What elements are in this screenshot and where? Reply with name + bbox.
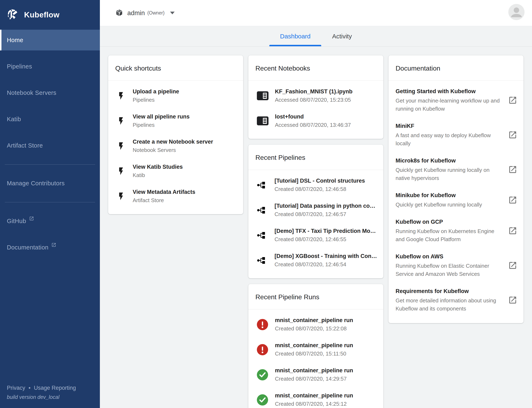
- doc-link-kubeflow-aws[interactable]: Kubeflow on AWS Running Kubeflow on Elas…: [389, 248, 523, 283]
- doc-link-minikube[interactable]: Minikube for Kubeflow Quickly get Kubefl…: [389, 187, 523, 214]
- kubeflow-logo-icon: [6, 8, 19, 22]
- main-area: admin (Owner) Dashboard Activity Quick s…: [100, 0, 532, 408]
- pipeline-title: [Tutorial] DSL - Control structures: [275, 178, 365, 184]
- tab-label: Dashboard: [280, 33, 311, 40]
- sidebar: Kubeflow Home Pipelines Notebook Servers…: [0, 0, 100, 408]
- column-right: Documentation Getting Started with Kubef…: [389, 55, 523, 323]
- recent-notebooks-card: Recent Notebooks: [248, 55, 383, 139]
- sidebar-item-github[interactable]: GitHub: [0, 211, 100, 231]
- doc-link-microk8s[interactable]: Microk8s for Kubeflow Quickly get Kubefl…: [389, 153, 523, 187]
- namespace-role: (Owner): [147, 10, 165, 16]
- shortcut-title: Create a new Notebook server: [133, 139, 213, 145]
- notebook-meta: Accessed 08/07/2020, 13:46:37: [275, 122, 351, 128]
- doc-title: Kubeflow on AWS: [396, 253, 503, 260]
- pipeline-title: [Demo] TFX - Taxi Tip Prediction Model …: [275, 228, 377, 234]
- shortcut-subtitle: Pipelines: [133, 97, 179, 103]
- sidebar-item-documentation[interactable]: Documentation: [0, 237, 100, 258]
- pipeline-row[interactable]: [Tutorial] DSL - Control structures Crea…: [248, 172, 383, 198]
- doc-description: Get more detailed information about usin…: [396, 297, 503, 313]
- sidebar-item-label: Pipelines: [7, 63, 32, 70]
- tab-activity[interactable]: Activity: [321, 26, 363, 46]
- doc-title: Microk8s for Kubeflow: [396, 158, 503, 164]
- flash-icon: [116, 192, 126, 201]
- pipeline-icon: [257, 232, 267, 239]
- usage-reporting-link[interactable]: Usage Reporting: [34, 385, 76, 391]
- pipeline-row[interactable]: [Tutorial] Data passing in python comp… …: [248, 198, 383, 223]
- shortcut-title: View all pipeline runs: [133, 113, 190, 120]
- doc-title: Minikube for Kubeflow: [396, 192, 503, 199]
- open-in-new-icon[interactable]: [508, 165, 517, 175]
- run-meta: Created 08/07/2020, 15:11:50: [275, 350, 353, 357]
- app-logo: Kubeflow: [0, 0, 100, 30]
- doc-link-requirements[interactable]: Requirements for Kubeflow Get more detai…: [389, 283, 523, 318]
- dashboard-content: Quick shortcuts Upload a pipeline Pipeli…: [100, 46, 532, 408]
- open-in-new-icon[interactable]: [508, 261, 517, 271]
- shortcut-view-pipeline-runs[interactable]: View all pipeline runs Pipelines: [108, 108, 243, 133]
- tabbar: Dashboard Activity: [100, 26, 532, 46]
- shortcut-title: View Katib Studies: [133, 164, 183, 170]
- pipeline-run-row[interactable]: mnist_container_pipeline run Created 08/…: [248, 312, 383, 337]
- shortcut-subtitle: Notebook Servers: [133, 147, 213, 153]
- flash-icon: [116, 142, 126, 151]
- sidebar-item-pipelines[interactable]: Pipelines: [0, 56, 100, 77]
- shortcut-upload-pipeline[interactable]: Upload a pipeline Pipelines: [108, 83, 243, 108]
- pipeline-meta: Created 08/07/2020, 12:46:54: [275, 261, 377, 268]
- sidebar-item-manage-contributors[interactable]: Manage Contributors: [0, 173, 100, 194]
- namespace-selector[interactable]: admin (Owner): [115, 9, 175, 17]
- sidebar-item-notebook-servers[interactable]: Notebook Servers: [0, 82, 100, 103]
- doc-link-kubeflow-gcp[interactable]: Kubeflow on GCP Running Kubeflow on Kube…: [389, 214, 523, 248]
- sidebar-divider: [5, 164, 95, 165]
- card-title: Recent Notebooks: [248, 55, 383, 81]
- doc-title: Requirements for Kubeflow: [396, 288, 503, 295]
- success-status-icon: [257, 369, 268, 381]
- shortcut-view-katib-studies[interactable]: View Katib Studies Katib: [108, 159, 243, 184]
- doc-description: Quickly get Kubeflow running locally: [396, 201, 503, 209]
- success-status-icon: [257, 394, 268, 406]
- run-meta: Created 08/07/2020, 14:25:12: [275, 401, 353, 407]
- pipeline-run-row[interactable]: mnist_container_pipeline run Created 08/…: [248, 362, 383, 387]
- pipeline-icon: [257, 257, 267, 264]
- avatar[interactable]: [508, 4, 524, 20]
- notebook-icon: [257, 91, 269, 101]
- recent-pipeline-runs-card: Recent Pipeline Runs mnist_container_pip…: [248, 284, 383, 408]
- flash-icon: [116, 116, 126, 126]
- notebook-row[interactable]: lost+found Accessed 08/07/2020, 13:46:37: [248, 108, 383, 133]
- sidebar-item-katib[interactable]: Katib: [0, 109, 100, 129]
- open-in-new-icon[interactable]: [508, 296, 517, 306]
- sidebar-item-home[interactable]: Home: [0, 30, 100, 51]
- card-title: Documentation: [389, 55, 523, 81]
- namespace-name: admin: [127, 9, 145, 17]
- pipeline-row[interactable]: [Demo] TFX - Taxi Tip Prediction Model ……: [248, 223, 383, 248]
- sidebar-item-label: Notebook Servers: [7, 89, 56, 96]
- sidebar-item-label: Katib: [7, 116, 21, 123]
- shortcut-create-notebook-server[interactable]: Create a new Notebook server Notebook Se…: [108, 133, 243, 159]
- pipeline-run-row[interactable]: mnist_container_pipeline run Created 08/…: [248, 337, 383, 362]
- column-left: Quick shortcuts Upload a pipeline Pipeli…: [108, 55, 243, 214]
- notebook-row[interactable]: KF_Fashion_MNIST (1).ipynb Accessed 08/0…: [248, 83, 383, 108]
- doc-link-getting-started[interactable]: Getting Started with Kubeflow Get your m…: [389, 83, 523, 118]
- active-indicator: [0, 30, 1, 51]
- privacy-link[interactable]: Privacy: [7, 385, 25, 391]
- open-in-new-icon[interactable]: [508, 96, 517, 106]
- shortcut-subtitle: Katib: [133, 172, 183, 178]
- pipeline-row[interactable]: [Demo] XGBoost - Training with Confusi… …: [248, 248, 383, 273]
- doc-link-minikf[interactable]: MiniKF A fast and easy way to deploy Kub…: [389, 118, 523, 153]
- quick-shortcuts-card: Quick shortcuts Upload a pipeline Pipeli…: [108, 55, 243, 214]
- pipeline-run-row[interactable]: mnist_container_pipeline run Created 08/…: [248, 387, 383, 408]
- documentation-card: Documentation Getting Started with Kubef…: [389, 55, 523, 323]
- topbar: admin (Owner): [100, 0, 532, 26]
- tab-dashboard[interactable]: Dashboard: [269, 26, 322, 46]
- sidebar-item-label: GitHub: [7, 218, 26, 225]
- sidebar-item-artifact-store[interactable]: Artifact Store: [0, 135, 100, 156]
- shortcut-view-metadata-artifacts[interactable]: View Metadata Artifacts Artifact Store: [108, 184, 243, 209]
- open-in-new-icon[interactable]: [508, 130, 517, 140]
- open-in-new-icon[interactable]: [508, 226, 517, 236]
- doc-description: Running Kubeflow on Kubernetes Engine an…: [396, 227, 503, 243]
- pipeline-meta: Created 08/07/2020, 12:46:58: [275, 186, 365, 192]
- run-meta: Created 08/07/2020, 14:29:57: [275, 376, 353, 382]
- notebook-title: lost+found: [275, 113, 351, 120]
- column-middle: Recent Notebooks: [248, 55, 383, 408]
- run-title: mnist_container_pipeline run: [275, 367, 353, 374]
- sidebar-nav: Home Pipelines Notebook Servers Katib Ar…: [0, 30, 100, 263]
- open-in-new-icon[interactable]: [508, 196, 517, 205]
